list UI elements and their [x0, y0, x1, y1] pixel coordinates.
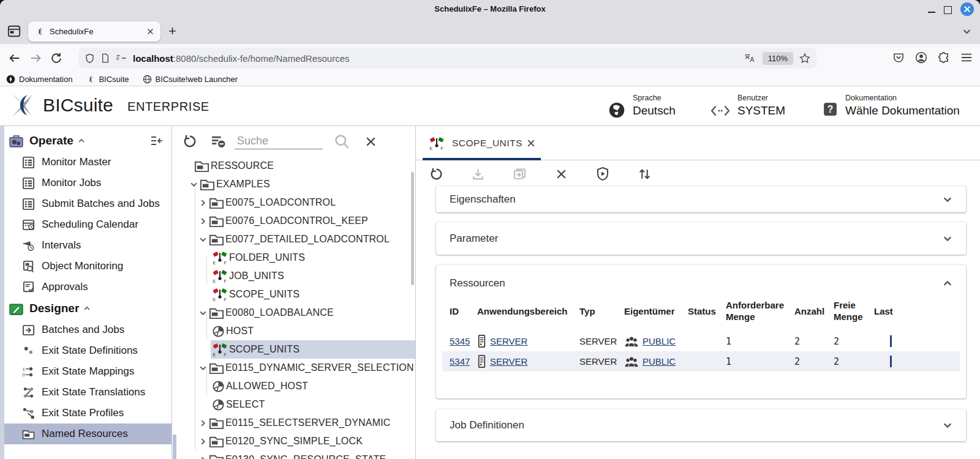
tree-item-host[interactable]: HOST [173, 322, 415, 340]
sort-icon[interactable] [638, 167, 652, 181]
tree-item-scope-units[interactable]: EFSCOPE_UNITS [173, 285, 415, 304]
chevron-down-icon[interactable] [943, 420, 952, 430]
sidebar-item-scheduling-calendar[interactable]: Scheduling Calendar [0, 214, 172, 235]
chevron-right-icon[interactable] [199, 456, 207, 459]
clear-search-icon[interactable] [364, 135, 377, 148]
menu-icon[interactable] [960, 51, 973, 64]
chevron-down-icon[interactable] [190, 181, 198, 188]
tree-item-allowed-host[interactable]: ALLOWED_HOST [173, 377, 415, 395]
permissions-icon[interactable]: o [116, 53, 127, 64]
search-icon[interactable] [334, 133, 350, 149]
resource-id-link[interactable]: 5345 [450, 336, 470, 346]
tree-item-e0120-sync-simple-lock[interactable]: E0120_SYNC_SIMPLE_LOCK [173, 432, 415, 450]
tree-left-scrollbar[interactable] [173, 435, 176, 459]
resource-id-link[interactable]: 5347 [450, 356, 470, 367]
sidebar-item-exit-state-profiles[interactable]: Exit State Profiles [0, 403, 172, 424]
chevron-down-icon[interactable] [199, 309, 207, 317]
bookmark-bicsuite[interactable]: BICsuite [86, 75, 129, 84]
sidebar-item-monitor-master[interactable]: Monitor Master [0, 152, 172, 173]
account-icon[interactable] [915, 51, 927, 64]
chevron-down-icon[interactable] [199, 236, 207, 244]
save-icon[interactable] [471, 167, 485, 181]
tree-item-ressource[interactable]: RESSOURCE [173, 157, 415, 175]
tree-item-scope-units[interactable]: EFSCOPE_UNITS [173, 340, 415, 359]
filter-icon[interactable] [211, 134, 226, 149]
search-input[interactable] [235, 133, 323, 149]
tree-scrollbar[interactable] [411, 172, 414, 285]
chevron-right-icon[interactable] [199, 199, 207, 207]
sidebar-item-object-monitoring[interactable]: Object Monitoring [0, 256, 172, 277]
user-menu[interactable]: Benutzer SYSTEM [710, 94, 785, 118]
sidebar-item-submit-batches-and-jobs[interactable]: Submit Batches and Jobs [0, 193, 172, 214]
tracking-shield-icon[interactable] [85, 53, 95, 64]
sidebar-item-exit-state-mappings[interactable]: 10Exit State Mappings [0, 361, 172, 382]
section-eigenschaften[interactable]: Eigenschaften [436, 186, 966, 212]
browser-tab-schedulixfe[interactable]: SchedulixFe [28, 21, 160, 42]
sidebar-group-operate[interactable]: Operate [0, 130, 172, 152]
section-job-definitionen[interactable]: Job Definitionen [436, 409, 966, 441]
bookmark-dokumentation[interactable]: Dokumentation [6, 75, 72, 84]
site-info-icon[interactable] [100, 53, 110, 63]
section-parameter[interactable]: Parameter [436, 222, 966, 255]
tab-close-icon[interactable] [146, 28, 154, 35]
refresh-detail-icon[interactable] [429, 167, 443, 181]
chevron-right-icon[interactable] [199, 217, 207, 225]
scope-link[interactable]: SERVER [490, 336, 527, 346]
tree-item-e0076-loadcontrol-keep[interactable]: E0076_LOADCONTROL_KEEP [173, 212, 415, 230]
tree-item-e0130-sync-resource-state[interactable]: E0130_SYNC_RESOURCE_STATE [173, 450, 415, 459]
language-selector[interactable]: Sprache Deutsch [608, 94, 676, 119]
owner-link[interactable]: PUBLIC [643, 336, 676, 346]
tree-item-job-units[interactable]: EFJOB_UNITS [173, 267, 415, 285]
tree-item-e0080-loadbalance[interactable]: E0080_LOADBALANCE [173, 304, 415, 322]
clone-icon[interactable] [513, 166, 527, 181]
tree-item-e0115-dynamic-server-selection[interactable]: E0115_DYNAMIC_SERVER_SELECTION [173, 359, 415, 377]
extensions-icon[interactable] [938, 51, 950, 64]
scope-link[interactable]: SERVER [490, 356, 527, 367]
close-detail-icon[interactable] [555, 168, 568, 181]
window-maximize-button[interactable] [944, 5, 952, 14]
tree-item-examples[interactable]: EXAMPLES [173, 175, 415, 193]
sidebar-group-designer[interactable]: Designer [0, 297, 172, 319]
chevron-right-icon[interactable] [199, 438, 207, 446]
sidebar-item-exit-state-definitions[interactable]: Exit State Definitions [0, 340, 172, 361]
sidebar-item-exit-state-translations[interactable]: Exit State Translations [0, 382, 172, 403]
tree-item-folder-units[interactable]: EFFOLDER_UNITS [173, 248, 415, 267]
forward-icon[interactable] [29, 52, 42, 64]
list-all-tabs-icon[interactable] [962, 27, 971, 36]
chevron-up-icon[interactable] [943, 278, 952, 288]
sidebar-item-batches-and-jobs[interactable]: Batches and Jobs [0, 319, 172, 340]
chevron-right-icon[interactable] [199, 419, 207, 427]
sidebar-scrollbar[interactable] [0, 126, 4, 459]
pocket-icon[interactable] [892, 51, 905, 64]
tree-item-e0077-detailed-loadcontrol[interactable]: E0077_DETAILED_LOADCONTROL [173, 230, 415, 248]
close-tab-icon[interactable] [526, 138, 536, 148]
grant-privileges-icon[interactable] [595, 166, 610, 181]
tree-item-select[interactable]: SELECT [173, 395, 415, 414]
refresh-tree-icon[interactable] [183, 134, 197, 149]
sidebar-item-monitor-jobs[interactable]: Monitor Jobs [0, 173, 172, 193]
back-icon[interactable] [9, 52, 21, 64]
documentation-selector[interactable]: ? Dokumentation Wähle Dokumentation [823, 94, 960, 118]
sidebar-item-approvals[interactable]: Approvals [0, 277, 172, 297]
new-tab-button[interactable]: + [168, 23, 176, 39]
owner-link[interactable]: PUBLIC [643, 356, 676, 367]
bookmark-star-icon[interactable] [799, 53, 810, 64]
window-close-button[interactable] [960, 2, 974, 16]
reload-icon[interactable] [50, 52, 62, 64]
tree-item-e0075-loadcontrol[interactable]: E0075_LOADCONTROL [173, 193, 415, 212]
firefox-view-icon[interactable] [7, 24, 21, 38]
translate-icon[interactable]: A [744, 52, 756, 64]
sidebar-item-intervals[interactable]: Intervals [0, 235, 172, 256]
section-ressourcen-header[interactable]: Ressourcen [436, 265, 966, 299]
sidebar-item-named-resources[interactable]: Named Resources [0, 424, 172, 444]
window-minimize-button[interactable] [928, 6, 935, 13]
url-bar[interactable]: o localhost:8080/schedulix-fe/home/Named… [78, 48, 816, 69]
zoom-level-badge[interactable]: 110% [763, 52, 793, 65]
chevron-down-icon[interactable] [943, 195, 952, 204]
collapse-sidebar-icon[interactable] [149, 134, 163, 147]
chevron-down-icon[interactable] [943, 234, 952, 244]
tree-item-e0115-selectserver-dynamic[interactable]: E0115_SELECTSERVER_DYNAMIC [173, 414, 415, 432]
tab-scope-units[interactable]: EF SCOPE_UNITS [423, 126, 541, 160]
bookmark-bicsuite-web-launcher[interactable]: BICsuite!web Launcher [143, 75, 238, 84]
chevron-down-icon[interactable] [199, 364, 207, 372]
